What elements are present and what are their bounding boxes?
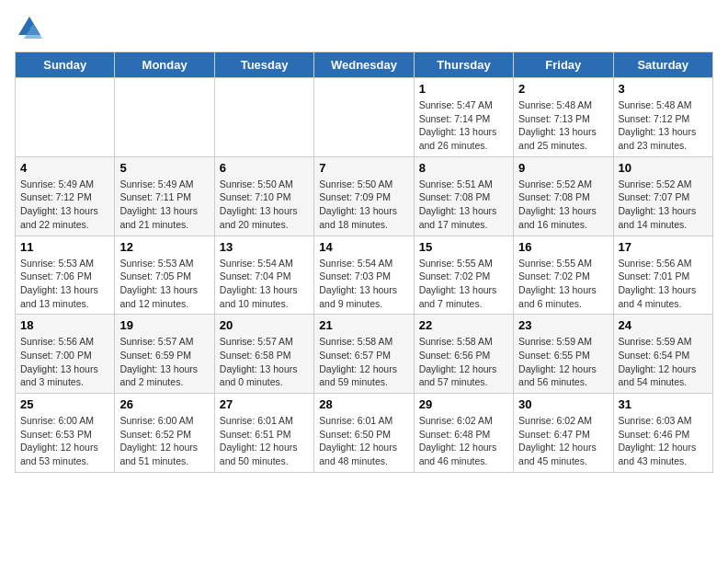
weekday-header-monday: Monday: [115, 52, 214, 78]
calendar-week-2: 4Sunrise: 5:49 AM Sunset: 7:12 PM Daylig…: [16, 156, 713, 236]
day-number: 9: [518, 161, 608, 175]
calendar-cell: 2Sunrise: 5:48 AM Sunset: 7:13 PM Daylig…: [514, 78, 613, 157]
day-info: Sunrise: 5:49 AM Sunset: 7:12 PM Dayligh…: [20, 178, 109, 232]
day-number: 14: [319, 240, 408, 254]
calendar-cell: 18Sunrise: 5:56 AM Sunset: 7:00 PM Dayli…: [16, 315, 115, 394]
day-number: 23: [518, 318, 608, 332]
calendar-week-1: 1Sunrise: 5:47 AM Sunset: 7:14 PM Daylig…: [16, 78, 713, 157]
calendar-cell: 20Sunrise: 5:57 AM Sunset: 6:58 PM Dayli…: [214, 315, 313, 394]
day-info: Sunrise: 5:48 AM Sunset: 7:12 PM Dayligh…: [619, 98, 708, 153]
day-info: Sunrise: 5:51 AM Sunset: 7:08 PM Dayligh…: [419, 178, 508, 232]
day-info: Sunrise: 6:00 AM Sunset: 6:53 PM Dayligh…: [20, 414, 109, 468]
day-info: Sunrise: 5:53 AM Sunset: 7:06 PM Dayligh…: [20, 257, 109, 311]
day-number: 5: [119, 161, 209, 175]
calendar-cell: [115, 78, 214, 157]
day-number: 31: [619, 397, 708, 411]
day-number: 11: [20, 240, 109, 254]
page-header: [15, 15, 713, 40]
day-info: Sunrise: 5:54 AM Sunset: 7:04 PM Dayligh…: [220, 257, 309, 311]
weekday-header-friday: Friday: [514, 52, 613, 78]
day-number: 25: [20, 397, 109, 411]
day-info: Sunrise: 5:58 AM Sunset: 6:57 PM Dayligh…: [319, 335, 408, 389]
day-info: Sunrise: 6:01 AM Sunset: 6:51 PM Dayligh…: [220, 414, 309, 468]
day-info: Sunrise: 6:01 AM Sunset: 6:50 PM Dayligh…: [319, 414, 408, 468]
day-number: 29: [419, 397, 508, 411]
day-info: Sunrise: 6:02 AM Sunset: 6:47 PM Dayligh…: [518, 414, 608, 468]
calendar-cell: 31Sunrise: 6:03 AM Sunset: 6:46 PM Dayli…: [613, 394, 712, 473]
weekday-header-wednesday: Wednesday: [314, 52, 414, 78]
calendar-cell: [214, 78, 313, 157]
day-number: 12: [119, 240, 209, 254]
logo: [15, 15, 42, 40]
weekday-header-saturday: Saturday: [613, 52, 712, 78]
day-number: 22: [419, 318, 508, 332]
calendar-cell: [314, 78, 414, 157]
day-info: Sunrise: 5:54 AM Sunset: 7:03 PM Dayligh…: [319, 257, 408, 311]
day-number: 20: [220, 318, 309, 332]
day-info: Sunrise: 5:56 AM Sunset: 7:00 PM Dayligh…: [20, 335, 109, 389]
calendar-cell: 12Sunrise: 5:53 AM Sunset: 7:05 PM Dayli…: [115, 236, 214, 315]
calendar-cell: 24Sunrise: 5:59 AM Sunset: 6:54 PM Dayli…: [613, 315, 712, 394]
day-info: Sunrise: 5:57 AM Sunset: 6:59 PM Dayligh…: [119, 335, 209, 389]
day-number: 15: [419, 240, 508, 254]
weekday-header-sunday: Sunday: [16, 52, 115, 78]
day-number: 18: [20, 318, 109, 332]
calendar-cell: 7Sunrise: 5:50 AM Sunset: 7:09 PM Daylig…: [314, 156, 414, 236]
weekday-header-tuesday: Tuesday: [214, 52, 313, 78]
day-info: Sunrise: 5:49 AM Sunset: 7:11 PM Dayligh…: [119, 178, 209, 232]
day-number: 27: [220, 397, 309, 411]
calendar-cell: 29Sunrise: 6:02 AM Sunset: 6:48 PM Dayli…: [414, 394, 513, 473]
calendar-cell: 23Sunrise: 5:59 AM Sunset: 6:55 PM Dayli…: [514, 315, 613, 394]
day-number: 1: [419, 82, 508, 96]
calendar-week-4: 18Sunrise: 5:56 AM Sunset: 7:00 PM Dayli…: [16, 315, 713, 394]
day-number: 4: [20, 161, 109, 175]
calendar-cell: 4Sunrise: 5:49 AM Sunset: 7:12 PM Daylig…: [16, 156, 115, 236]
day-number: 30: [518, 397, 608, 411]
day-number: 17: [619, 240, 708, 254]
calendar-cell: 17Sunrise: 5:56 AM Sunset: 7:01 PM Dayli…: [613, 236, 712, 315]
calendar-cell: 25Sunrise: 6:00 AM Sunset: 6:53 PM Dayli…: [16, 394, 115, 473]
calendar-cell: 14Sunrise: 5:54 AM Sunset: 7:03 PM Dayli…: [314, 236, 414, 315]
day-info: Sunrise: 5:55 AM Sunset: 7:02 PM Dayligh…: [419, 257, 508, 311]
calendar-cell: 16Sunrise: 5:55 AM Sunset: 7:02 PM Dayli…: [514, 236, 613, 315]
calendar-cell: 3Sunrise: 5:48 AM Sunset: 7:12 PM Daylig…: [613, 78, 712, 157]
day-number: 21: [319, 318, 408, 332]
day-info: Sunrise: 6:02 AM Sunset: 6:48 PM Dayligh…: [419, 414, 508, 468]
day-info: Sunrise: 5:59 AM Sunset: 6:54 PM Dayligh…: [619, 335, 708, 389]
day-info: Sunrise: 5:53 AM Sunset: 7:05 PM Dayligh…: [119, 257, 209, 311]
day-info: Sunrise: 5:50 AM Sunset: 7:09 PM Dayligh…: [319, 178, 408, 232]
day-number: 19: [119, 318, 209, 332]
calendar-cell: 28Sunrise: 6:01 AM Sunset: 6:50 PM Dayli…: [314, 394, 414, 473]
day-number: 8: [419, 161, 508, 175]
calendar-table: SundayMondayTuesdayWednesdayThursdayFrid…: [15, 52, 713, 473]
day-info: Sunrise: 5:59 AM Sunset: 6:55 PM Dayligh…: [518, 335, 608, 389]
day-info: Sunrise: 6:00 AM Sunset: 6:52 PM Dayligh…: [119, 414, 209, 468]
calendar-week-5: 25Sunrise: 6:00 AM Sunset: 6:53 PM Dayli…: [16, 394, 713, 473]
day-number: 26: [119, 397, 209, 411]
day-info: Sunrise: 5:56 AM Sunset: 7:01 PM Dayligh…: [619, 257, 708, 311]
day-info: Sunrise: 5:50 AM Sunset: 7:10 PM Dayligh…: [220, 178, 309, 232]
calendar-cell: 30Sunrise: 6:02 AM Sunset: 6:47 PM Dayli…: [514, 394, 613, 473]
day-number: 3: [619, 82, 708, 96]
calendar-cell: 21Sunrise: 5:58 AM Sunset: 6:57 PM Dayli…: [314, 315, 414, 394]
calendar-cell: 8Sunrise: 5:51 AM Sunset: 7:08 PM Daylig…: [414, 156, 513, 236]
calendar-cell: 1Sunrise: 5:47 AM Sunset: 7:14 PM Daylig…: [414, 78, 513, 157]
calendar-cell: 27Sunrise: 6:01 AM Sunset: 6:51 PM Dayli…: [214, 394, 313, 473]
day-number: 13: [220, 240, 309, 254]
calendar-cell: 9Sunrise: 5:52 AM Sunset: 7:08 PM Daylig…: [514, 156, 613, 236]
calendar-cell: 5Sunrise: 5:49 AM Sunset: 7:11 PM Daylig…: [115, 156, 214, 236]
calendar-cell: 19Sunrise: 5:57 AM Sunset: 6:59 PM Dayli…: [115, 315, 214, 394]
weekday-header-thursday: Thursday: [414, 52, 513, 78]
logo-icon: [17, 15, 42, 40]
calendar-cell: [16, 78, 115, 157]
calendar-cell: 22Sunrise: 5:58 AM Sunset: 6:56 PM Dayli…: [414, 315, 513, 394]
calendar-header-row: SundayMondayTuesdayWednesdayThursdayFrid…: [16, 52, 713, 78]
day-info: Sunrise: 5:52 AM Sunset: 7:07 PM Dayligh…: [619, 178, 708, 232]
day-number: 6: [220, 161, 309, 175]
day-number: 28: [319, 397, 408, 411]
day-number: 7: [319, 161, 408, 175]
day-info: Sunrise: 5:48 AM Sunset: 7:13 PM Dayligh…: [518, 98, 608, 153]
calendar-cell: 26Sunrise: 6:00 AM Sunset: 6:52 PM Dayli…: [115, 394, 214, 473]
day-info: Sunrise: 6:03 AM Sunset: 6:46 PM Dayligh…: [619, 414, 708, 468]
calendar-cell: 15Sunrise: 5:55 AM Sunset: 7:02 PM Dayli…: [414, 236, 513, 315]
